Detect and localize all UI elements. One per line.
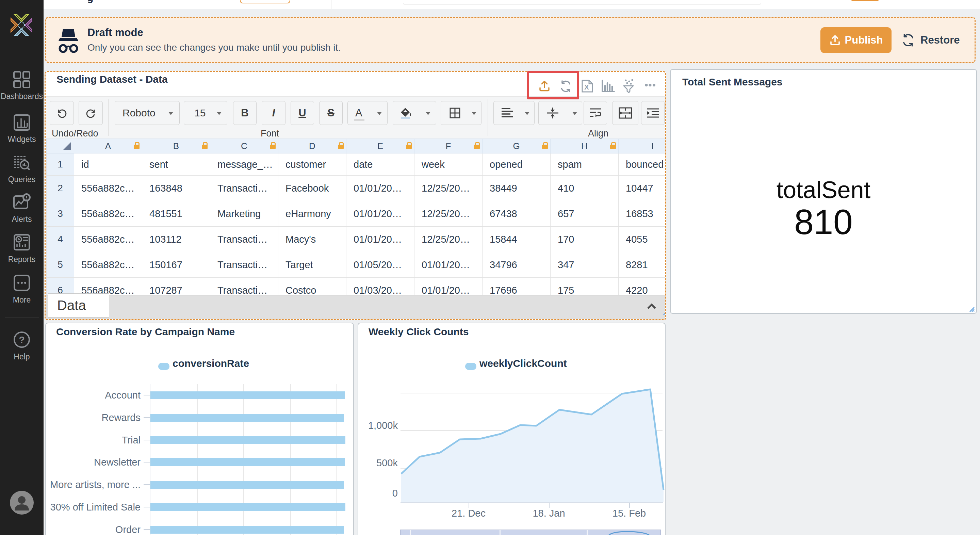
svg-text:?: ? [19, 334, 24, 345]
svg-text:X: X [584, 83, 589, 91]
